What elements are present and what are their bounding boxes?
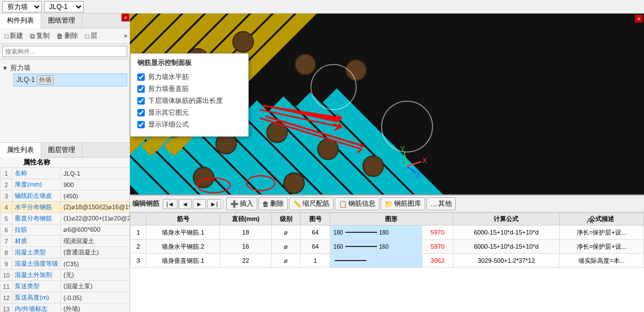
prop-name: 拉筋 (12, 224, 61, 236)
rebar-grade: ⌀ (271, 240, 301, 254)
rebar-rownum: 2 (131, 240, 146, 254)
svg-text:Z: Z (416, 171, 420, 179)
table-row[interactable]: 12 泵送高度(m) (-0.05) (1, 292, 130, 304)
table-row[interactable]: 9 混凝土强度等级 (C35) (1, 258, 130, 270)
prop-num: 11 (1, 281, 12, 292)
rebar-formula: 3029-500+1.2*37*12 (453, 254, 559, 268)
prop-name: 泵送类型 (12, 281, 61, 292)
new-button[interactable]: □ 新建 (2, 30, 25, 42)
float-panel-title: 钢筋显示控制面板 (137, 58, 241, 68)
tab-drawing-management[interactable]: 图纸管理 (41, 14, 83, 28)
delete-button[interactable]: 🗑 删除 (54, 30, 80, 42)
btn-icon-1: 🗑 (262, 200, 269, 208)
table-row[interactable]: 7 材质 现浇混凝土 (1, 236, 130, 247)
prop-value[interactable]: (-0.05) (61, 292, 129, 304)
rebar-row[interactable]: 2 墙身水平钢筋.2 16 ⌀ 64 160 160 5970 6000-15+… (131, 240, 644, 254)
table-row[interactable]: 11 泵送类型 (混凝土泵) (1, 281, 130, 292)
float-panel: 钢筋显示控制面板 剪力墙水平筋剪力墙垂直筋下层墙体纵筋的露出长度显示其它图元显示… (130, 53, 249, 137)
action-btn-缩尺配筋[interactable]: 📏缩尺配筋 (289, 197, 334, 210)
rebar-shape: 180 180 (330, 226, 422, 240)
rebar-name: 墙身垂直钢筋.1 (146, 254, 220, 268)
prop-num: 13 (1, 304, 12, 313)
th-shape: 图形 (330, 213, 453, 226)
float-checkbox-0[interactable] (137, 73, 145, 81)
float-checkbox-4[interactable] (137, 121, 145, 128)
table-row[interactable]: 5 垂直分布钢筋 (1)⌀22@200+(1)⌀20@250 (1, 213, 130, 224)
action-btn-删除[interactable]: 🗑删除 (258, 197, 288, 210)
prop-value[interactable]: (无) (61, 270, 129, 281)
prop-value[interactable]: (2)⌀18@150/(2)⌀16@150 (61, 202, 129, 213)
prop-value[interactable]: (C35) (61, 258, 129, 270)
prop-value[interactable]: (450) (61, 190, 129, 202)
prop-name: 垂直分布钢筋 (12, 213, 61, 224)
prop-value[interactable]: 现浇混凝土 (61, 236, 129, 247)
th-jinhao: 筋号 (146, 213, 220, 226)
rebar-desc: 净长=保护层+设... (559, 226, 643, 240)
table-row[interactable]: 2 厚度(mm) 900 (1, 179, 130, 190)
tab-layer-management[interactable]: 图层管理 (41, 143, 83, 157)
tree-root: ▼ 剪力墙 JLQ-1 外墙 (2, 62, 127, 88)
prop-value[interactable]: (普通混凝土) (61, 247, 129, 258)
panel-close-button[interactable]: × (122, 14, 129, 21)
float-item-1: 剪力墙垂直筋 (137, 84, 241, 94)
nav-last-button[interactable]: ►| (207, 199, 222, 209)
rebar-diameter: 22 (220, 254, 271, 268)
nav-prev-button[interactable]: ◄ (179, 199, 192, 209)
rebar-shape-num: 5970 (422, 240, 453, 254)
tab-component-list[interactable]: 构件列表 (0, 14, 41, 28)
table-row[interactable]: 6 拉筋 ⌀6@600*600 (1, 224, 130, 236)
3d-view-close[interactable]: × (635, 15, 643, 23)
float-label-3: 显示其它图元 (148, 108, 189, 118)
prop-value[interactable]: (外墙) (61, 304, 129, 313)
btn-label-1: 删除 (270, 199, 284, 209)
btn-label-0: 插入 (240, 199, 253, 209)
float-checkbox-3[interactable] (137, 109, 145, 116)
float-checkbox-2[interactable] (137, 97, 145, 105)
prop-value[interactable]: ⌀6@600*600 (61, 224, 129, 236)
table-row[interactable]: 8 混凝土类型 (普通混凝土) (1, 247, 130, 258)
float-item-4: 显示详细公式 (137, 120, 241, 129)
copy-button[interactable]: ⧉ 复制 (28, 30, 52, 42)
svg-point-26 (318, 139, 338, 159)
table-row[interactable]: 13 内/外墙标志 (外墙) (1, 304, 130, 313)
table-row[interactable]: 3 轴线距左墙皮 (450) (1, 190, 130, 202)
tab-property-list[interactable]: 属性列表 (0, 143, 41, 158)
rebar-row[interactable]: 1 墙身水平钢筋.1 18 ⌀ 64 180 180 5970 6000-15+… (131, 226, 644, 240)
action-btn-其他[interactable]: …其他 (426, 197, 456, 210)
layer-button[interactable]: □ 层 (83, 30, 99, 42)
nav-first-button[interactable]: |◄ (163, 199, 178, 209)
component-type-dropdown[interactable]: 剪力墙剪力墙 (2, 1, 42, 12)
rebar-row[interactable]: 3 墙身垂直钢筋.1 22 ⌀ 1 3062 3029-500+1.2*37*1… (131, 254, 644, 268)
3d-close-button[interactable]: × (635, 15, 643, 23)
copy-icon: ⧉ (30, 32, 35, 40)
expand-icon: » (124, 33, 127, 39)
prop-name: 混凝土类型 (12, 247, 61, 258)
rebar-formula: 6000-15+10*d-15+10*d (453, 226, 559, 240)
rebar-diameter: 18 (220, 226, 271, 240)
float-label-1: 剪力墙垂直筋 (148, 84, 189, 94)
action-btn-插入[interactable]: ➕插入 (226, 197, 257, 210)
rebar-desc: 净长=保护层+设... (559, 240, 643, 254)
tree-child-jlq1[interactable]: JLQ-1 外墙 (14, 73, 127, 86)
float-checkbox-1[interactable] (137, 85, 145, 93)
props-table: 属性名称 1 名称 JLQ-1 2 厚度(mm) 900 3 轴线距左墙皮 (4… (0, 158, 129, 312)
tree-root-label: 剪力墙 (10, 63, 31, 73)
table-row[interactable]: 1 名称 JLQ-1 (1, 168, 130, 179)
component-id-dropdown[interactable]: JLQ-1JLQ-1 (44, 1, 84, 12)
search-input[interactable] (2, 46, 127, 57)
btn-icon-0: ➕ (230, 200, 239, 208)
tree-arrow[interactable]: ▼ (2, 65, 8, 71)
rebar-rownum: 1 (131, 226, 146, 240)
rebar-shape: 160 160 (330, 240, 422, 254)
action-btn-钢筋信息[interactable]: 📋钢筋信息 (335, 197, 379, 210)
prop-value[interactable]: 900 (61, 179, 129, 190)
prop-name: 泵送高度(m) (12, 292, 61, 304)
prop-value[interactable]: JLQ-1 (61, 168, 129, 179)
action-btn-钢筋图库[interactable]: 📁钢筋图库 (381, 197, 425, 210)
table-row[interactable]: 10 混凝土外加剂 (无) (1, 270, 130, 281)
table-row[interactable]: 4 水平分布钢筋 (2)⌀18@150/(2)⌀16@150 (1, 202, 130, 213)
nav-next-button[interactable]: ► (193, 199, 206, 209)
prop-value[interactable]: (混凝土泵) (61, 281, 129, 292)
prop-value[interactable]: (1)⌀22@200+(1)⌀20@250 (61, 213, 129, 224)
svg-point-28 (284, 173, 304, 193)
